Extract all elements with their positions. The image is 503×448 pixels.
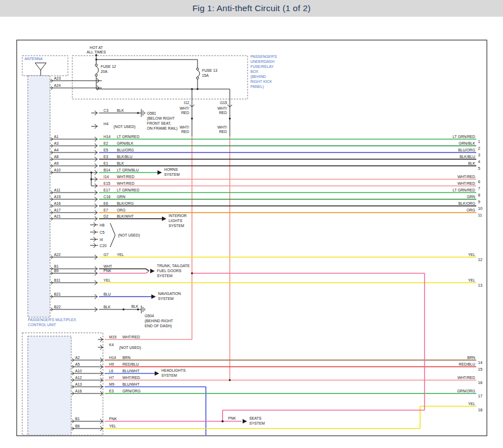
wire-color-label: WHT/: [180, 125, 189, 129]
unit-label: PASSENGER'S MULTIPLEX: [28, 318, 76, 322]
connector-pin-label: C16: [103, 195, 111, 199]
connector-pin-label: H4: [103, 122, 109, 126]
connector-pin-label: E5: [103, 148, 109, 152]
wire-color-label: WHT/RED: [122, 335, 140, 339]
junction-dot: [122, 308, 124, 310]
circuit-number: 10: [478, 206, 482, 211]
connector-pin-label: H14: [103, 135, 111, 139]
wire-segment: [146, 271, 149, 273]
pin-label: A24: [54, 83, 61, 87]
pin-label: A12: [75, 376, 82, 380]
fuse-rating: 20A: [101, 70, 108, 73]
connector-pin-label: H7: [109, 376, 114, 380]
circuit-number: 1: [478, 139, 480, 144]
pin-label: A1: [54, 135, 59, 139]
circuit-number: 6: [478, 179, 480, 184]
edge-wire-label: YEL: [468, 253, 475, 257]
antenna-icon: [35, 63, 46, 70]
connector-pin-label: E3: [109, 389, 114, 393]
pin-label: B21: [54, 292, 61, 296]
wire-color-label: YEL: [117, 253, 124, 257]
fuse-box-label: BOX: [250, 70, 259, 73]
wire-color-label: BLK: [117, 109, 124, 112]
connector-pin-label: E3: [103, 155, 109, 159]
fuse-terminal: [95, 64, 97, 66]
wire-color-label: LT GRN/RED: [117, 135, 140, 139]
fuse-icon: [96, 66, 98, 74]
ground-note: END OF DASH): [145, 324, 172, 328]
wire-color-label: BLU/WHT: [122, 382, 140, 386]
fuse-terminal: [196, 77, 199, 79]
wire-color-label: BLK/BLU: [117, 155, 132, 159]
wire-color-label: BLK: [103, 305, 111, 309]
pin-label: A11: [54, 188, 61, 192]
edge-wire-label: BLU/ORG: [458, 148, 475, 152]
connector-pin-label: G7: [103, 253, 109, 257]
system-label: HEADLIGHTS: [161, 368, 186, 372]
pin-label: B22: [54, 305, 61, 309]
wire-color-label: GRN: [117, 195, 125, 199]
fuse-relay-box: [72, 56, 248, 99]
system-label: FUEL DOORS: [157, 269, 181, 273]
junction-dot: [95, 54, 97, 56]
wire-color-label: BLK/WHT: [117, 214, 134, 218]
edge-wire-label: GRN/ORG: [457, 389, 475, 393]
edge-wire-label: YEL: [468, 402, 475, 406]
system-label: SYSTEM: [169, 224, 184, 228]
pin-label: A5: [75, 362, 80, 366]
pin-label: A3: [54, 141, 59, 145]
wire-color-label: PNK: [228, 416, 236, 420]
connector-pin-label: B14: [103, 168, 110, 172]
system-label: SYSTEM: [161, 373, 177, 377]
wire-color-label: WHT: [103, 264, 112, 268]
connector-pin-label: C3: [103, 109, 109, 112]
fuse-terminal: [196, 68, 199, 70]
edge-wire-label: GRN/BLK: [458, 141, 475, 145]
pin-label: A16: [54, 201, 61, 205]
edge-wire-label: LT GRN/RED: [452, 135, 475, 139]
wire-color-label: BLU/WHT: [122, 369, 140, 373]
fuse-icon: [198, 70, 200, 77]
system-arrow-icon: [151, 294, 156, 299]
wire-color-label: BRN: [122, 356, 130, 360]
not-used-label: (NOT USED): [114, 125, 136, 129]
wire-color-label: GRN/BLK: [117, 141, 134, 145]
pin-label: B1: [54, 264, 59, 268]
fuse-name: FUSE 13: [202, 68, 218, 72]
pin-label: A4: [54, 148, 59, 152]
page: { "header": {"title": "Fig 1: Anti-theft…: [0, 0, 503, 448]
wire-color-label: RED/BLU: [122, 362, 139, 366]
driver-multiplex-box: [28, 336, 71, 435]
wire-color-label: WHT/RED: [117, 181, 135, 185]
system-arrow-icon: [243, 419, 247, 424]
circuit-number: 4: [478, 159, 480, 164]
pin-label: H8: [100, 223, 105, 227]
connector-pin-label: M19: [109, 335, 116, 339]
junction-dot: [229, 379, 230, 381]
pin-label: A2: [75, 356, 80, 360]
connector-pin-label: E17: [103, 188, 110, 192]
junction-dot: [191, 117, 193, 119]
junction-dot: [221, 420, 223, 422]
ground-label: G581: [147, 111, 156, 115]
junction-dot: [196, 88, 198, 90]
wiring-diagram: ANTENNAHOT ATALL TIMESFUSE 1220AFUSE 131…: [0, 0, 503, 448]
pin-label: A21: [54, 214, 61, 218]
wire-color-label: WHT/: [180, 106, 189, 110]
wire-color-label: BLK: [131, 304, 139, 308]
pin-label: A17: [54, 208, 61, 212]
pin-label: B6: [75, 424, 80, 428]
wire-color-label: RED: [219, 111, 227, 115]
pin-label: C5: [100, 230, 105, 234]
edge-wire-label: RED/BLU: [459, 362, 476, 366]
system-arrow-icon: [162, 216, 166, 221]
edge-wire-label: WHT/RED: [457, 376, 475, 380]
wire-color-label: WHT/: [218, 125, 227, 129]
connector-pin-label: M9: [109, 382, 115, 386]
passenger-multiplex-box: [28, 76, 50, 317]
wire-color-label: BLU: [103, 292, 111, 296]
wire-color-label: ORG: [117, 208, 125, 212]
fuse-box-label: (BEHIND: [250, 75, 266, 79]
circuit-number: 2: [478, 146, 480, 151]
edge-wire-label: WHT/RED: [457, 175, 475, 179]
